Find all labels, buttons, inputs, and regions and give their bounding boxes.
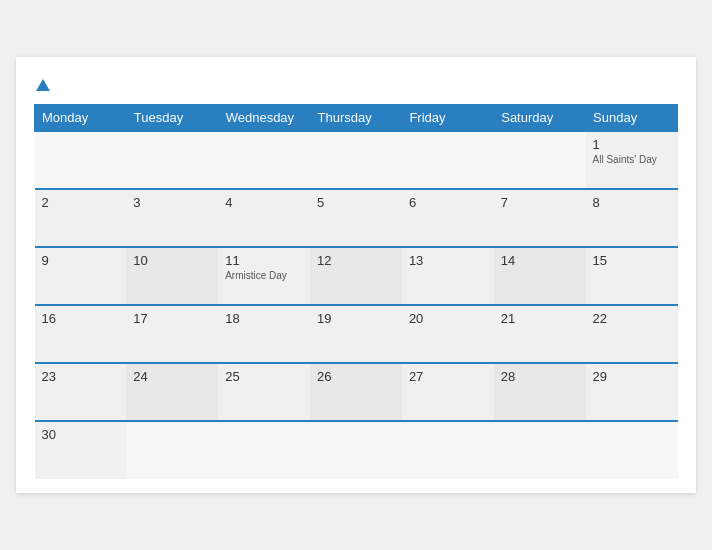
calendar-cell: 30 (35, 421, 127, 479)
holiday-name: Armistice Day (225, 270, 303, 281)
logo-triangle-icon (36, 79, 50, 91)
calendar-cell: 26 (310, 363, 402, 421)
calendar-cell (310, 421, 402, 479)
calendar-cell: 2 (35, 189, 127, 247)
calendar-week-row: 16171819202122 (35, 305, 678, 363)
calendar-cell: 18 (218, 305, 310, 363)
day-number: 29 (593, 369, 671, 384)
calendar-cell: 11Armistice Day (218, 247, 310, 305)
calendar-cell: 29 (586, 363, 678, 421)
calendar-cell: 24 (126, 363, 218, 421)
day-number: 23 (42, 369, 120, 384)
calendar: MondayTuesdayWednesdayThursdayFridaySatu… (16, 57, 696, 493)
calendar-cell: 22 (586, 305, 678, 363)
calendar-cell: 20 (402, 305, 494, 363)
day-number: 10 (133, 253, 211, 268)
calendar-cell: 13 (402, 247, 494, 305)
day-header-wednesday: Wednesday (218, 104, 310, 131)
calendar-cell: 27 (402, 363, 494, 421)
day-number: 26 (317, 369, 395, 384)
day-number: 14 (501, 253, 579, 268)
day-number: 12 (317, 253, 395, 268)
calendar-table: MondayTuesdayWednesdayThursdayFridaySatu… (34, 104, 678, 479)
day-number: 19 (317, 311, 395, 326)
logo-text (34, 75, 50, 92)
calendar-cell (218, 421, 310, 479)
calendar-cell: 8 (586, 189, 678, 247)
calendar-cell: 10 (126, 247, 218, 305)
calendar-cell: 23 (35, 363, 127, 421)
holiday-name: All Saints' Day (593, 154, 671, 165)
calendar-header (34, 75, 678, 92)
calendar-week-row: 2345678 (35, 189, 678, 247)
calendar-cell: 25 (218, 363, 310, 421)
calendar-cell (402, 131, 494, 189)
day-number: 15 (593, 253, 671, 268)
calendar-cell: 1All Saints' Day (586, 131, 678, 189)
calendar-cell: 21 (494, 305, 586, 363)
day-number: 22 (593, 311, 671, 326)
day-number: 11 (225, 253, 303, 268)
day-number: 21 (501, 311, 579, 326)
calendar-cell (35, 131, 127, 189)
day-number: 7 (501, 195, 579, 210)
calendar-cell: 16 (35, 305, 127, 363)
day-header-friday: Friday (402, 104, 494, 131)
calendar-week-row: 23242526272829 (35, 363, 678, 421)
calendar-cell (310, 131, 402, 189)
day-number: 30 (42, 427, 120, 442)
calendar-cell: 3 (126, 189, 218, 247)
day-header-tuesday: Tuesday (126, 104, 218, 131)
calendar-cell: 15 (586, 247, 678, 305)
calendar-cell: 12 (310, 247, 402, 305)
day-number: 17 (133, 311, 211, 326)
calendar-cell: 4 (218, 189, 310, 247)
calendar-cell (494, 131, 586, 189)
calendar-cell: 5 (310, 189, 402, 247)
day-header-thursday: Thursday (310, 104, 402, 131)
calendar-week-row: 1All Saints' Day (35, 131, 678, 189)
day-number: 27 (409, 369, 487, 384)
calendar-cell: 19 (310, 305, 402, 363)
calendar-cell (402, 421, 494, 479)
day-number: 18 (225, 311, 303, 326)
calendar-cell (586, 421, 678, 479)
day-header-saturday: Saturday (494, 104, 586, 131)
calendar-cell: 17 (126, 305, 218, 363)
day-number: 24 (133, 369, 211, 384)
calendar-week-row: 30 (35, 421, 678, 479)
day-number: 20 (409, 311, 487, 326)
day-number: 13 (409, 253, 487, 268)
day-number: 5 (317, 195, 395, 210)
day-number: 8 (593, 195, 671, 210)
day-number: 6 (409, 195, 487, 210)
logo (34, 75, 50, 92)
calendar-cell (494, 421, 586, 479)
calendar-header-row: MondayTuesdayWednesdayThursdayFridaySatu… (35, 104, 678, 131)
day-number: 3 (133, 195, 211, 210)
day-number: 25 (225, 369, 303, 384)
calendar-cell: 9 (35, 247, 127, 305)
calendar-cell: 14 (494, 247, 586, 305)
calendar-week-row: 91011Armistice Day12131415 (35, 247, 678, 305)
day-number: 4 (225, 195, 303, 210)
day-number: 9 (42, 253, 120, 268)
day-number: 16 (42, 311, 120, 326)
calendar-cell: 7 (494, 189, 586, 247)
calendar-cell: 6 (402, 189, 494, 247)
calendar-cell (126, 421, 218, 479)
day-header-monday: Monday (35, 104, 127, 131)
day-number: 2 (42, 195, 120, 210)
day-number: 1 (593, 137, 671, 152)
day-header-sunday: Sunday (586, 104, 678, 131)
day-number: 28 (501, 369, 579, 384)
calendar-cell: 28 (494, 363, 586, 421)
calendar-cell (126, 131, 218, 189)
calendar-cell (218, 131, 310, 189)
